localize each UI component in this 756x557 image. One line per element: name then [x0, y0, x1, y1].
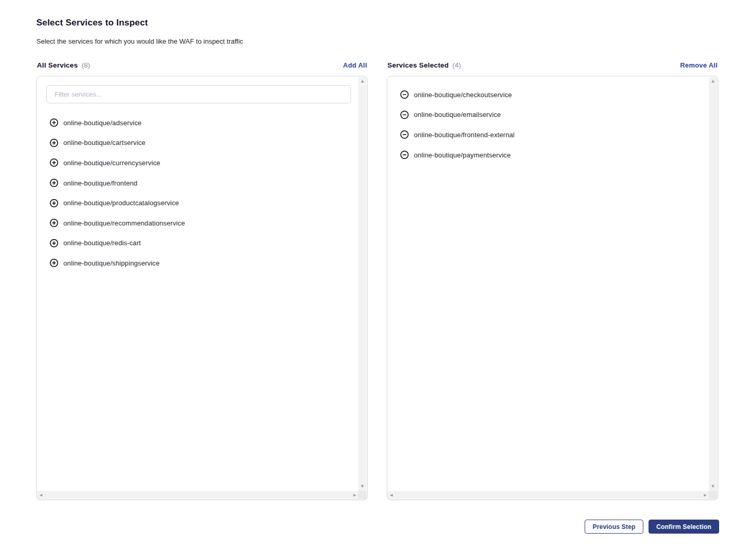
horizontal-scrollbar[interactable]: ◀ ▶ [388, 491, 709, 499]
service-name: online-boutique/frontend-external [414, 131, 515, 139]
service-row-removable[interactable]: online-boutique/frontend-external [387, 125, 709, 145]
service-row-addable[interactable]: online-boutique/redis-cart [37, 233, 358, 254]
service-row-addable[interactable]: online-boutique/productcatalogservice [37, 193, 358, 213]
service-name: online-boutique/paymentservice [414, 151, 511, 159]
scroll-left-icon[interactable]: ◀ [39, 493, 42, 497]
dual-list-container: All Services (8) Add All [36, 61, 719, 500]
page-title: Select Services to Inspect [36, 18, 719, 28]
confirm-selection-button[interactable]: Confirm Selection [649, 520, 719, 534]
all-services-panel: online-boutique/adservice on [36, 76, 368, 500]
service-name: online-boutique/frontend [63, 179, 138, 187]
service-name: online-boutique/checkoutservice [414, 91, 512, 99]
selected-services-list: online-boutique/checkoutservice online-b… [387, 85, 709, 165]
minus-circle-icon[interactable] [400, 90, 409, 99]
service-row-addable[interactable]: online-boutique/recommendationservice [37, 213, 358, 233]
horizontal-scrollbar[interactable]: ◀ ▶ [37, 491, 358, 499]
service-row-removable[interactable]: online-boutique/checkoutservice [387, 85, 709, 105]
all-services-list: online-boutique/adservice on [37, 113, 358, 273]
vertical-scrollbar[interactable]: ▲ ▼ [358, 77, 367, 491]
service-name: online-boutique/redis-cart [63, 239, 141, 247]
plus-circle-icon[interactable] [49, 138, 59, 148]
filter-services-input[interactable] [46, 85, 351, 103]
plus-circle-icon[interactable] [49, 218, 59, 228]
plus-circle-icon[interactable] [49, 118, 59, 127]
service-name: online-boutique/currencyservice [63, 159, 160, 167]
service-name: online-boutique/productcatalogservice [63, 199, 179, 207]
service-row-addable[interactable]: online-boutique/currencyservice [37, 153, 358, 173]
scroll-left-icon[interactable]: ◀ [390, 493, 393, 497]
page-subtitle: Select the services for which you would … [36, 37, 719, 45]
plus-circle-icon[interactable] [49, 258, 59, 268]
add-all-button[interactable]: Add All [343, 61, 367, 69]
scroll-down-icon[interactable]: ▼ [361, 485, 363, 488]
scroll-right-icon[interactable]: ▶ [704, 493, 707, 497]
service-row-removable[interactable]: online-boutique/paymentservice [387, 145, 709, 165]
plus-circle-icon[interactable] [49, 178, 59, 188]
service-row-addable[interactable]: online-boutique/shippingservice [37, 253, 358, 273]
service-row-addable[interactable]: online-boutique/adservice [37, 113, 358, 133]
minus-circle-icon[interactable] [400, 150, 409, 160]
all-services-count: (8) [82, 61, 90, 69]
selected-services-column: Services Selected (4) Remove All [387, 61, 718, 500]
plus-circle-icon[interactable] [49, 158, 59, 167]
scroll-right-icon[interactable]: ▶ [354, 493, 356, 497]
service-row-addable[interactable]: online-boutique/frontend [37, 173, 358, 193]
service-name: online-boutique/emailservice [414, 111, 501, 118]
service-name: online-boutique/shippingservice [63, 259, 159, 267]
all-services-title: All Services [37, 61, 78, 69]
selected-services-title: Services Selected [387, 61, 449, 69]
remove-all-button[interactable]: Remove All [680, 61, 718, 69]
selected-services-panel: online-boutique/checkoutservice online-b… [387, 76, 718, 500]
footer-actions: Previous Step Confirm Selection [36, 520, 719, 534]
scrollbar-corner [358, 491, 367, 499]
service-name: online-boutique/adservice [63, 119, 142, 127]
all-services-title-group: All Services (8) [37, 61, 90, 69]
service-row-removable[interactable]: online-boutique/emailservice [387, 105, 709, 125]
selected-services-panel-body: online-boutique/checkoutservice online-b… [387, 76, 709, 491]
plus-circle-icon[interactable] [49, 198, 59, 208]
previous-step-button[interactable]: Previous Step [585, 520, 643, 534]
all-services-header: All Services (8) Add All [36, 61, 368, 69]
service-name: online-boutique/recommendationservice [63, 219, 185, 227]
scroll-down-icon[interactable]: ▼ [711, 485, 714, 488]
scroll-up-icon[interactable]: ▲ [361, 79, 363, 83]
plus-circle-icon[interactable] [49, 238, 59, 248]
service-name: online-boutique/cartservice [63, 139, 145, 147]
scroll-up-icon[interactable]: ▲ [711, 79, 714, 83]
selected-services-title-group: Services Selected (4) [387, 61, 461, 69]
selected-services-header: Services Selected (4) Remove All [387, 61, 718, 69]
selected-services-count: (4) [452, 61, 461, 69]
service-row-addable[interactable]: online-boutique/cartservice [37, 133, 358, 153]
all-services-column: All Services (8) Add All [36, 61, 368, 500]
scrollbar-corner [709, 491, 717, 499]
minus-circle-icon[interactable] [400, 110, 409, 120]
vertical-scrollbar[interactable]: ▲ ▼ [709, 77, 717, 491]
minus-circle-icon[interactable] [400, 130, 409, 139]
all-services-panel-body: online-boutique/adservice on [37, 76, 358, 491]
